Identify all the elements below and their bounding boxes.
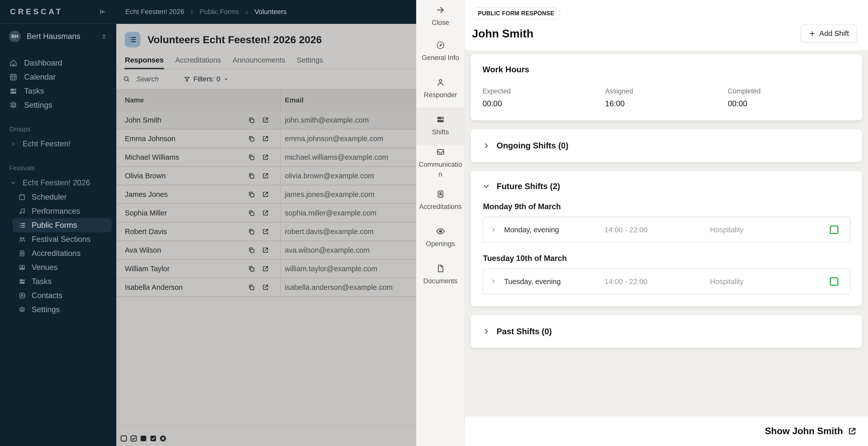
- tab-accreditations[interactable]: Accreditations: [175, 56, 221, 69]
- shift-row[interactable]: Tuesday, evening 14:00 - 22:00 Hospitali…: [483, 268, 850, 294]
- chevron-down-icon: [223, 76, 229, 82]
- table-row[interactable]: Sophia Miller sophia.miller@example.com: [116, 204, 416, 223]
- collapse-sidebar-icon: [98, 8, 106, 15]
- open-external-icon[interactable]: [262, 209, 269, 217]
- table-row[interactable]: John Smith john.smith@example.com: [116, 111, 416, 130]
- open-external-icon[interactable]: [262, 153, 269, 161]
- sidebar-nav: Dashboard Calendar Tasks Settings Groups…: [0, 49, 116, 446]
- drawer-tab-communication[interactable]: Communication: [416, 145, 465, 182]
- open-external-icon[interactable]: [262, 116, 269, 124]
- shift-checkbox[interactable]: [830, 225, 838, 234]
- tab-settings[interactable]: Settings: [297, 56, 323, 69]
- checkbox-filled-icon[interactable]: [140, 435, 147, 442]
- row-name: Emma Johnson: [125, 135, 176, 143]
- tab-responses[interactable]: Responses: [125, 56, 164, 69]
- duplicate-icon[interactable]: [248, 265, 255, 273]
- drawer-nav-label: Communication: [418, 160, 463, 179]
- drawer-tab-openings[interactable]: Openings: [416, 219, 465, 256]
- table-row[interactable]: William Taylor william.taylor@example.co…: [116, 260, 416, 278]
- sidebar-item-label: Public Forms: [32, 221, 77, 230]
- duplicate-icon[interactable]: [248, 284, 255, 291]
- drawer-tab-documents[interactable]: Documents: [416, 256, 465, 293]
- sidebar-item-accreditations[interactable]: Accreditations: [12, 246, 112, 260]
- duplicate-icon[interactable]: [248, 209, 255, 217]
- duplicate-icon[interactable]: [248, 116, 255, 124]
- table-row[interactable]: Robert Davis robert.davis@example.com: [116, 223, 416, 241]
- shift-department: Hospitality: [710, 226, 825, 234]
- row-email: michael.williams@example.com: [281, 148, 416, 166]
- sidebar-item-scheduler[interactable]: Scheduler: [12, 190, 112, 204]
- list-icon: [18, 221, 26, 229]
- duplicate-icon[interactable]: [248, 228, 255, 235]
- search-input[interactable]: [136, 75, 175, 83]
- column-header-email[interactable]: Email: [281, 96, 416, 104]
- shift-row[interactable]: Monday, evening 14:00 - 22:00 Hospitalit…: [483, 217, 850, 243]
- sidebar-festival-echt-feesten-2026[interactable]: Echt Feesten! 2026: [0, 176, 116, 190]
- filters-dropdown[interactable]: Filters: 0: [184, 75, 229, 83]
- sidebar-item-tasks[interactable]: Tasks: [0, 84, 116, 98]
- sidebar-item-settings[interactable]: Settings: [0, 98, 116, 112]
- show-responder-link[interactable]: Show John Smith: [765, 426, 843, 437]
- open-external-icon[interactable]: [262, 228, 269, 235]
- app-window: CRESCAT BH Bert Hausmans Dashboard Calen…: [0, 0, 868, 446]
- list-panel-body: Volunteers Echt Feesten! 2026 2026 Respo…: [116, 24, 416, 446]
- chevron-right-icon: [483, 142, 490, 150]
- sidebar-item-venues[interactable]: Venues: [12, 260, 112, 275]
- sidebar-item-label: Settings: [32, 305, 60, 314]
- duplicate-icon[interactable]: [248, 191, 255, 198]
- sidebar-item-public-forms[interactable]: Public Forms: [12, 218, 112, 232]
- sidebar-item-festival-sections[interactable]: Festival Sections: [12, 232, 112, 246]
- drawer-tab-shifts[interactable]: Shifts: [416, 107, 465, 145]
- table-row[interactable]: James Jones james.jones@example.com: [116, 185, 416, 204]
- column-header-name[interactable]: Name: [116, 89, 281, 111]
- duplicate-icon[interactable]: [248, 135, 255, 142]
- sidebar-collapse-button[interactable]: [97, 7, 107, 17]
- drawer-tab-general-info[interactable]: General Info: [416, 33, 465, 70]
- future-shifts-header[interactable]: Future Shifts (2): [483, 182, 850, 191]
- work-hours-title: Work Hours: [483, 65, 850, 74]
- shift-checkbox[interactable]: [830, 277, 838, 286]
- checkbox-checked-icon[interactable]: [130, 435, 137, 442]
- table-row[interactable]: Isabella Anderson isabella.anderson@exam…: [116, 278, 416, 297]
- open-external-icon[interactable]: [262, 135, 269, 142]
- table-row[interactable]: Ava Wilson ava.wilson@example.com: [116, 241, 416, 260]
- drawer-tab-accreditations[interactable]: Accreditations: [416, 182, 465, 219]
- table-row[interactable]: Emma Johnson emma.johnson@example.com: [116, 130, 416, 148]
- duplicate-icon[interactable]: [248, 153, 255, 161]
- table-row[interactable]: Michael Williams michael.williams@exampl…: [116, 148, 416, 167]
- cancel-circle-icon[interactable]: [159, 435, 167, 442]
- sidebar-item-festival-settings[interactable]: Settings: [12, 302, 112, 317]
- open-external-icon[interactable]: [847, 426, 857, 436]
- sidebar-item-calendar[interactable]: Calendar: [0, 70, 116, 84]
- user-menu[interactable]: BH Bert Hausmans: [0, 24, 116, 49]
- open-external-icon[interactable]: [262, 172, 269, 180]
- sidebar-item-dashboard[interactable]: Dashboard: [0, 56, 116, 70]
- drawer-nav: Close General Info Responder Shifts Comm…: [416, 0, 465, 446]
- row-name: Sophia Miller: [125, 209, 167, 217]
- sidebar-item-label: Tasks: [32, 277, 52, 286]
- tab-announcements[interactable]: Announcements: [232, 56, 285, 69]
- tab-bar: Responses Accreditations Announcements S…: [116, 47, 416, 69]
- duplicate-icon[interactable]: [248, 246, 255, 254]
- drawer-close-button[interactable]: Close: [416, 0, 465, 33]
- drawer-tab-responder[interactable]: Responder: [416, 70, 465, 107]
- row-name: James Jones: [125, 190, 168, 199]
- open-external-icon[interactable]: [262, 191, 269, 198]
- checkbox-empty-icon[interactable]: [120, 435, 128, 442]
- checkbox-filled-checked-icon[interactable]: [149, 435, 157, 442]
- breadcrumb-festival[interactable]: Echt Feesten! 2026: [125, 8, 184, 16]
- sidebar-item-contacts[interactable]: Contacts: [12, 289, 112, 302]
- open-external-icon[interactable]: [262, 246, 269, 254]
- sidebar-group-echt-feesten[interactable]: Echt Feesten!: [0, 137, 116, 151]
- past-shifts-section[interactable]: Past Shifts (0): [471, 315, 862, 348]
- table-row[interactable]: Olivia Brown olivia.brown@example.com: [116, 167, 416, 185]
- duplicate-icon[interactable]: [248, 172, 255, 180]
- add-shift-button[interactable]: Add Shift: [801, 24, 857, 43]
- open-external-icon[interactable]: [262, 284, 269, 291]
- sidebar-item-festival-tasks[interactable]: Tasks: [12, 275, 112, 289]
- sidebar-item-performances[interactable]: Performances: [12, 204, 112, 218]
- breadcrumb-public-forms[interactable]: Public Forms: [199, 8, 239, 16]
- ongoing-shifts-section[interactable]: Ongoing Shifts (0): [471, 129, 862, 162]
- festivals-section-label: Festivals: [0, 164, 116, 172]
- open-external-icon[interactable]: [262, 265, 269, 273]
